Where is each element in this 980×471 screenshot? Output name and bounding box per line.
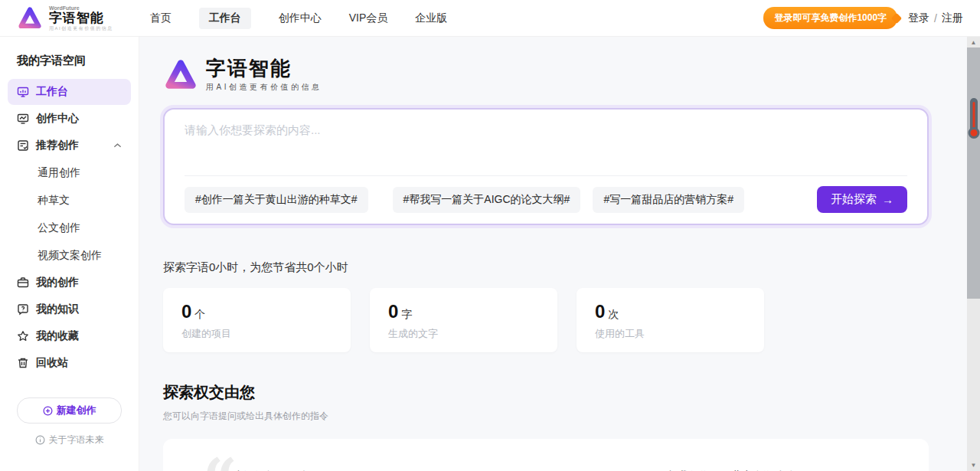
- start-explore-label: 开始探索: [831, 192, 877, 207]
- panel-check-icon: [17, 139, 29, 152]
- sidebar-item-my-knowledge[interactable]: 我的知识: [8, 296, 131, 322]
- stat-value: 0: [181, 301, 191, 322]
- scroll-down-icon[interactable]: ▼: [967, 462, 980, 469]
- nav-item-workbench[interactable]: 工作台: [199, 8, 251, 29]
- chevron-up-icon[interactable]: [113, 142, 122, 149]
- sidebar-item-workbench[interactable]: 工作台: [8, 79, 131, 105]
- stat-label: 生成的文字: [388, 327, 539, 341]
- scroll-up-icon[interactable]: ▲: [967, 39, 980, 46]
- prompt-chip-dessert[interactable]: #写一篇甜品店的营销方案#: [593, 187, 744, 213]
- star-icon: [17, 330, 29, 342]
- search-card: #创作一篇关于黄山出游的种草文# #帮我写一篇关于AIGC的论文大纲# #写一篇…: [163, 108, 929, 225]
- about-link[interactable]: 关于字语未来: [0, 433, 139, 446]
- nav-item-enterprise[interactable]: 企业版: [415, 8, 447, 29]
- stat-card-projects: 0个 创建的项目: [163, 288, 351, 352]
- hero-brand-name: 字语智能: [206, 57, 322, 80]
- register-link[interactable]: 注册: [942, 11, 963, 25]
- stat-value: 0: [388, 301, 398, 322]
- nav-item-vip[interactable]: VIP会员: [349, 8, 388, 29]
- scrollbar-thumb[interactable]: [967, 47, 980, 299]
- brand-logo[interactable]: WordFuture 字语智能 用AI创造更有价值的信息: [17, 5, 113, 31]
- sidebar-item-label: 我的知识: [36, 303, 79, 316]
- quote-icon: “: [203, 451, 237, 471]
- monitor-chart-icon: [17, 113, 29, 125]
- brand-triangle-icon: [17, 5, 43, 31]
- briefcase-icon: [17, 276, 29, 289]
- stat-unit: 个: [194, 308, 205, 320]
- sidebar-item-my-favorites[interactable]: 我的收藏: [8, 323, 131, 349]
- new-creation-label: 新建创作: [57, 404, 96, 417]
- stat-unit: 次: [608, 308, 619, 320]
- top-navbar: WordFuture 字语智能 用AI创造更有价值的信息 首页 工作台 创作中心…: [0, 0, 980, 37]
- sidebar: 我的字语空间 工作台 创作中心 推荐创作 通用创作 种草文 公文创作 视频文案创…: [0, 37, 139, 471]
- main-nav: 首页 工作台 创作中心 VIP会员 企业版: [150, 8, 448, 29]
- prompt-chip-aigc[interactable]: #帮我写一篇关于AIGC的论文大纲#: [393, 187, 581, 213]
- search-divider: [185, 175, 907, 176]
- brand-subtitle: 用AI创造更有价值的信息: [49, 26, 113, 31]
- stat-unit: 字: [401, 308, 412, 320]
- stat-value: 0: [595, 301, 605, 322]
- login-link[interactable]: 登录: [908, 11, 929, 25]
- stat-card-tools: 0次 使用的工具: [577, 288, 764, 352]
- stat-label: 使用的工具: [595, 327, 746, 341]
- example-prompts-card: “ 字语智能是什么? 嘿，帮我创作一篇北京出游攻略: [163, 439, 929, 471]
- sidebar-item-creation-center[interactable]: 创作中心: [8, 106, 131, 132]
- vertical-scrollbar[interactable]: ▲ ▼: [967, 37, 980, 471]
- plus-circle-icon: [43, 406, 53, 416]
- arrow-right-icon: →: [882, 193, 893, 206]
- sidebar-subitem-video-copy[interactable]: 视频文案创作: [8, 242, 131, 270]
- stat-card-words: 0字 生成的文字: [370, 288, 557, 352]
- sidebar-subitem-seeding[interactable]: 种草文: [8, 187, 131, 214]
- stat-label: 创建的项目: [181, 327, 332, 341]
- new-creation-button[interactable]: 新建创作: [17, 397, 122, 424]
- about-label: 关于字语未来: [49, 433, 104, 446]
- info-circle-icon: [35, 435, 45, 445]
- sidebar-item-label: 推荐创作: [36, 139, 79, 152]
- monitor-icon: [17, 86, 29, 98]
- sidebar-item-label: 我的收藏: [36, 329, 79, 343]
- prompt-chip-huangshan[interactable]: #创作一篇关于黄山出游的种草文#: [185, 187, 368, 213]
- sidebar-item-label: 回收站: [36, 356, 68, 370]
- sidebar-title: 我的字语空间: [17, 54, 122, 68]
- explore-section-title: 探索权交由您: [163, 382, 967, 403]
- brand-name: 字语智能: [49, 11, 113, 25]
- nav-item-creation-center[interactable]: 创作中心: [279, 8, 322, 29]
- question-bubble-icon: [17, 303, 29, 316]
- hero-brand: 字语智能 用AI创造更有价值的信息: [163, 57, 967, 93]
- sidebar-subitem-official[interactable]: 公文创作: [8, 214, 131, 242]
- thermometer-icon: [970, 98, 978, 133]
- trash-icon: [17, 357, 29, 369]
- sidebar-subitem-general[interactable]: 通用创作: [8, 159, 131, 187]
- explore-section-subtitle: 您可以向字语提问或给出具体创作的指令: [163, 410, 967, 423]
- sidebar-item-recommended[interactable]: 推荐创作: [8, 132, 131, 159]
- nav-item-home[interactable]: 首页: [150, 8, 172, 29]
- sidebar-item-label: 工作台: [36, 85, 68, 99]
- promo-badge[interactable]: 登录即可享免费创作1000字: [763, 7, 897, 29]
- start-explore-button[interactable]: 开始探索 →: [817, 186, 907, 213]
- sidebar-item-recycle-bin[interactable]: 回收站: [8, 350, 131, 376]
- sidebar-item-label: 我的创作: [36, 276, 79, 289]
- sidebar-item-my-creations[interactable]: 我的创作: [8, 270, 131, 296]
- hero-triangle-icon: [163, 57, 198, 93]
- main-content: 字语智能 用AI创造更有价值的信息 #创作一篇关于黄山出游的种草文# #帮我写一…: [139, 37, 967, 471]
- sidebar-item-label: 创作中心: [36, 112, 79, 126]
- hero-tagline: 用AI创造更有价值的信息: [206, 82, 322, 93]
- brand-wordmark: WordFuture: [49, 5, 113, 11]
- search-input[interactable]: [185, 123, 907, 169]
- login-separator: /: [934, 12, 937, 25]
- stats-summary: 探索字语0小时，为您节省共0个小时: [163, 260, 967, 275]
